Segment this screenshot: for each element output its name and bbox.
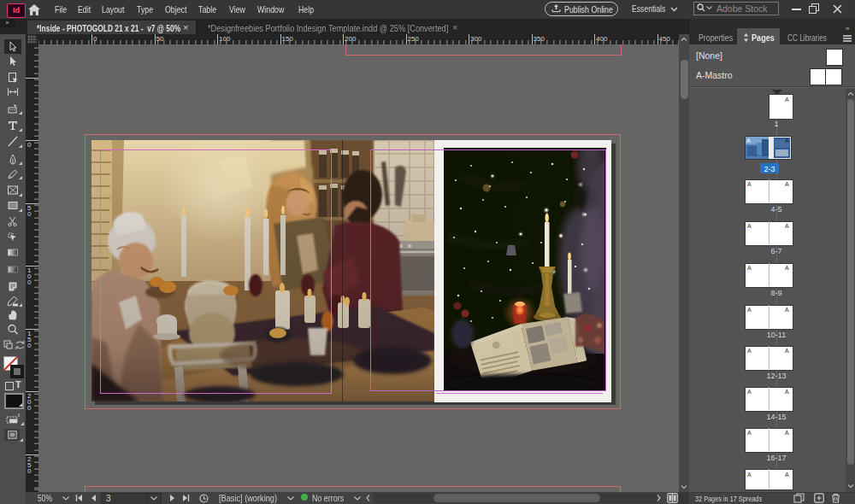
svg-text:A: A (785, 138, 789, 144)
svg-text:A: A (746, 138, 751, 144)
